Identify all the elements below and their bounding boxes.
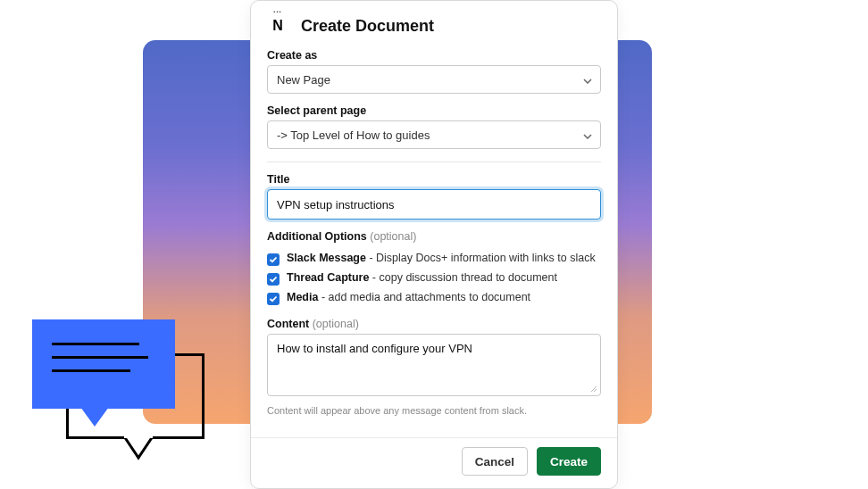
additional-options-label-text: Additional Options [267,230,367,243]
parent-page-value: -> Top Level of How to guides [277,128,430,142]
option-thread-capture[interactable]: Thread Capture - copy discussion thread … [267,271,601,286]
checkbox-icon[interactable] [267,273,280,286]
create-as-select[interactable]: New Page [267,65,601,94]
create-as-value: New Page [277,73,330,87]
create-as-label: Create as [267,49,601,62]
modal-title: Create Document [301,17,434,36]
parent-page-select[interactable]: -> Top Level of How to guides [267,120,601,149]
option-text: Media - add media and attachments to doc… [287,291,530,303]
create-button[interactable]: Create [537,447,601,476]
cancel-button[interactable]: Cancel [462,447,528,476]
content-label: Content (optional) [267,318,601,330]
optional-text: (optional) [370,230,416,243]
divider [267,162,601,162]
checkbox-icon[interactable] [267,253,280,266]
resize-handle-icon[interactable] [588,380,597,396]
additional-options-list: Slack Message - Display Docs+ informatio… [267,252,601,305]
title-input[interactable] [267,189,601,220]
option-media[interactable]: Media - add media and attachments to doc… [267,291,601,305]
additional-options-label: Additional Options (optional) [267,230,601,243]
speech-bubble-fill-tail [80,407,109,427]
option-text: Thread Capture - copy discussion thread … [287,271,557,284]
parent-page-label: Select parent page [267,104,601,117]
content-label-text: Content [267,318,309,330]
option-slack-message[interactable]: Slack Message - Display Docs+ informatio… [267,252,601,266]
checkbox-icon[interactable] [267,293,280,305]
footer-divider [251,437,617,438]
title-label: Title [267,173,601,186]
speech-bubble-lines [52,343,148,372]
content-helper-text: Content will appear above any message co… [267,405,601,416]
modal-footer: Cancel Create [267,447,601,476]
modal-header: N Create Document [267,15,601,37]
content-textarea[interactable] [267,334,601,396]
create-document-modal: N Create Document Create as New Page Sel… [250,0,618,489]
app-icon: N [267,15,288,37]
option-text: Slack Message - Display Docs+ informatio… [287,252,596,264]
optional-text: (optional) [313,318,359,330]
